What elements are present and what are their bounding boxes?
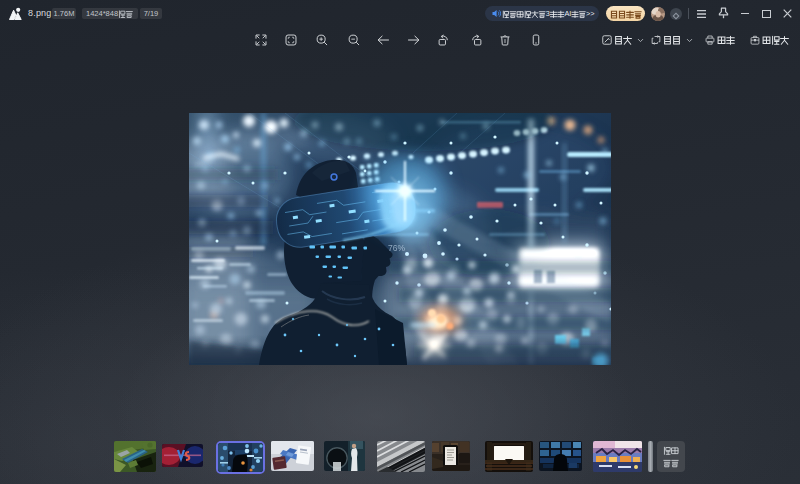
svg-text:3: 3 bbox=[546, 9, 550, 18]
svg-text:I: I bbox=[569, 9, 571, 18]
svg-text:8: 8 bbox=[114, 9, 118, 18]
svg-text:>: > bbox=[590, 9, 594, 18]
